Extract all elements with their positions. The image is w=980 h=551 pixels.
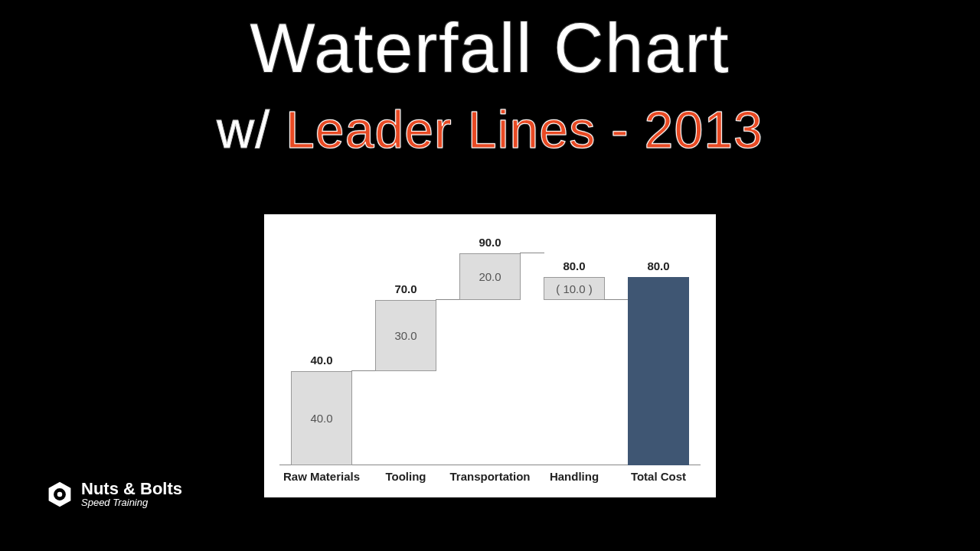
plot-area: 40.040.030.070.020.090.0( 10.0 )80.080.0 <box>279 230 701 465</box>
x-axis-label: Transportation <box>448 470 532 493</box>
leader-line <box>604 299 629 300</box>
x-axis-label: Tooling <box>364 470 448 493</box>
waterfall-bar: 30.0 <box>375 300 436 370</box>
x-axis-label: Total Cost <box>616 470 701 493</box>
cumulative-label: 80.0 <box>544 259 604 272</box>
waterfall-bar: 20.0 <box>459 253 520 301</box>
subtitle-prefix: w/ <box>217 100 286 158</box>
cumulative-label: 80.0 <box>628 259 688 272</box>
brand-text: Nuts & Bolts Speed Training <box>81 480 182 508</box>
brand-logo: Nuts & Bolts Speed Training <box>46 480 182 508</box>
waterfall-chart: 40.040.030.070.020.090.0( 10.0 )80.080.0… <box>264 214 716 497</box>
waterfall-total-bar <box>628 277 688 465</box>
subtitle-highlight: Leader Lines - 2013 <box>286 100 763 158</box>
leader-line <box>351 370 377 371</box>
leader-line <box>436 299 461 300</box>
waterfall-bar: 40.0 <box>291 371 351 465</box>
cumulative-label: 90.0 <box>459 236 520 249</box>
waterfall-bar: ( 10.0 ) <box>544 277 604 301</box>
brand-tagline: Speed Training <box>81 497 182 508</box>
x-axis-label: Handling <box>532 470 616 493</box>
page-subtitle: w/ Leader Lines - 2013 <box>0 99 980 159</box>
leader-line <box>520 253 545 253</box>
brand-name: Nuts & Bolts <box>81 480 182 497</box>
svg-point-2 <box>57 491 62 496</box>
cumulative-label: 70.0 <box>375 282 436 295</box>
x-axis-label: Raw Materials <box>279 470 364 493</box>
x-axis-labels: Raw MaterialsToolingTransportationHandli… <box>279 470 701 493</box>
nut-icon <box>46 481 74 508</box>
cumulative-label: 40.0 <box>291 354 351 367</box>
page-title: Waterfall Chart <box>0 9 980 88</box>
